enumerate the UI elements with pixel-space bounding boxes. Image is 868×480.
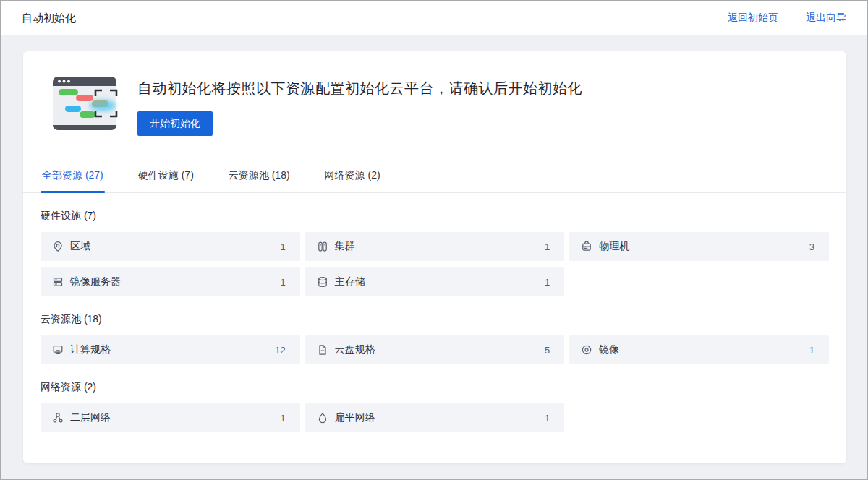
topbar: 自动初始化 返回初始页 退出向导 — [1, 1, 867, 35]
resource-count: 1 — [545, 241, 550, 252]
physical-machine-icon — [581, 241, 592, 252]
resource-row: 二层网络1 — [41, 403, 300, 432]
tab-hardware-facilities[interactable]: 硬件设施 (7) — [137, 169, 195, 192]
resource-name: 镜像服务器 — [70, 275, 121, 288]
resource-row-label: 扁平网络 — [317, 411, 375, 424]
exit-wizard-link[interactable]: 退出向导 — [806, 12, 846, 25]
resource-row: 主存储1 — [305, 267, 565, 296]
l2-network-icon — [52, 412, 64, 424]
resource-row-label: 主存储 — [317, 275, 365, 288]
resource-name: 计算规格 — [70, 343, 111, 356]
resource-name: 集群 — [335, 240, 355, 253]
init-illustration-icon — [52, 74, 119, 132]
resource-row-label: 镜像服务器 — [52, 275, 121, 288]
resource-count: 1 — [280, 413, 285, 424]
resource-count: 1 — [809, 345, 814, 356]
resource-name: 二层网络 — [70, 411, 111, 424]
resource-row-label: 区域 — [52, 240, 90, 253]
sections: 硬件设施 (7)区域1集群1物理机3镜像服务器1主存储1云资源池 (18)计算规… — [41, 210, 829, 432]
tab-cloud-resource-pool[interactable]: 云资源池 (18) — [227, 169, 292, 192]
resource-row: 云盘规格5 — [305, 335, 565, 364]
resource-row: 镜像服务器1 — [41, 267, 300, 296]
resource-row-label: 计算规格 — [52, 343, 111, 356]
resource-grid: 计算规格12云盘规格5镜像1 — [41, 335, 829, 364]
resource-count: 3 — [809, 241, 814, 252]
resource-row-label: 物理机 — [581, 240, 629, 253]
start-init-button[interactable]: 开始初始化 — [137, 111, 213, 136]
resource-row: 区域1 — [41, 232, 300, 261]
resource-count: 1 — [545, 277, 550, 288]
image-server-icon — [52, 276, 64, 288]
tab-network-resources[interactable]: 网络资源 (2) — [323, 169, 382, 192]
resource-count: 1 — [280, 277, 285, 288]
tab-all-resources[interactable]: 全部资源 (27) — [41, 169, 105, 192]
compute-spec-icon — [52, 344, 64, 356]
section-title: 网络资源 (2) — [41, 381, 829, 394]
image-icon — [581, 344, 592, 356]
resource-name: 云盘规格 — [335, 343, 375, 356]
resource-grid: 二层网络1扁平网络1 — [41, 403, 829, 432]
banner-heading: 自动初始化将按照以下资源配置初始化云平台，请确认后开始初始化 — [137, 79, 582, 98]
resource-count: 12 — [275, 345, 285, 356]
resource-row: 镜像1 — [569, 335, 829, 364]
resource-row: 物理机3 — [569, 232, 829, 261]
resource-count: 1 — [545, 413, 550, 424]
resource-tabs: 全部资源 (27)硬件设施 (7)云资源池 (18)网络资源 (2) — [23, 169, 846, 193]
topbar-links: 返回初始页 退出向导 — [728, 12, 846, 25]
cluster-icon — [317, 241, 328, 252]
page-title: 自动初始化 — [22, 12, 76, 25]
resource-count: 1 — [280, 241, 285, 252]
main-card: 自动初始化将按照以下资源配置初始化云平台，请确认后开始初始化 开始初始化 全部资… — [23, 51, 846, 463]
primary-storage-icon — [317, 276, 328, 288]
disk-spec-icon — [317, 344, 328, 356]
resource-count: 5 — [545, 345, 550, 356]
resource-name: 物理机 — [599, 240, 629, 253]
resource-row: 集群1 — [305, 232, 565, 261]
section-title: 云资源池 (18) — [41, 313, 829, 326]
flat-network-icon — [317, 412, 328, 424]
resource-row: 扁平网络1 — [305, 403, 565, 432]
resource-row: 计算规格12 — [41, 335, 300, 364]
resource-name: 镜像 — [599, 343, 619, 356]
resource-name: 区域 — [70, 240, 90, 253]
resource-name: 扁平网络 — [335, 411, 375, 424]
location-icon — [52, 241, 64, 252]
resource-row-label: 集群 — [317, 240, 355, 253]
resource-grid: 区域1集群1物理机3镜像服务器1主存储1 — [41, 232, 829, 296]
back-to-start-link[interactable]: 返回初始页 — [728, 12, 778, 25]
resource-row-label: 云盘规格 — [317, 343, 375, 356]
resource-name: 主存储 — [335, 275, 365, 288]
init-banner: 自动初始化将按照以下资源配置初始化云平台，请确认后开始初始化 开始初始化 — [52, 74, 829, 136]
resource-row-label: 镜像 — [581, 343, 619, 356]
section-title: 硬件设施 (7) — [41, 210, 829, 223]
wizard-screen: 自动初始化 返回初始页 退出向导 — [0, 0, 868, 480]
resource-row-label: 二层网络 — [52, 411, 111, 424]
banner-text-block: 自动初始化将按照以下资源配置初始化云平台，请确认后开始初始化 开始初始化 — [137, 74, 582, 136]
